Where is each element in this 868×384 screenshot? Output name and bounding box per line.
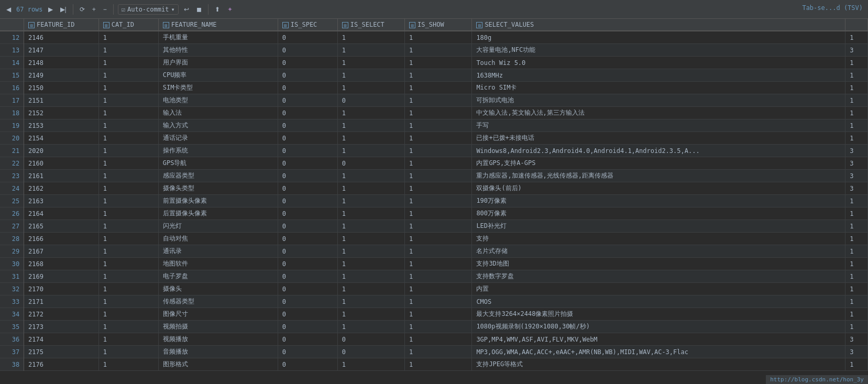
table-row[interactable]: 2621641后置摄像头像素011800万像素1 — [0, 207, 868, 220]
cell: 1 — [405, 220, 472, 233]
cell: 地图软件 — [158, 258, 278, 270]
add-button[interactable]: + — [90, 5, 98, 14]
cell: 1 — [98, 308, 158, 321]
table-row[interactable]: 3621741视频播放0013GP,MP4,WMV,ASF,AVI,FLV,MK… — [0, 333, 868, 346]
stop-button[interactable]: ◼ — [194, 5, 204, 14]
remove-button[interactable]: − — [101, 5, 109, 14]
cell: 0 — [278, 119, 337, 132]
table-row[interactable]: 2721651闪光灯011LED补光灯1 — [0, 220, 868, 233]
cell: SIM卡类型 — [158, 82, 278, 94]
separator-1 — [73, 4, 73, 15]
cell: 0 — [278, 170, 337, 182]
table-row[interactable]: 3221701摄像头011内置1 — [0, 283, 868, 295]
table-row[interactable]: 1321471其他特性011大容量电池,NFC功能3 — [0, 44, 868, 57]
table-row[interactable]: 2521631前置摄像头像素011190万像素1 — [0, 195, 868, 207]
cell: 2160 — [24, 157, 99, 170]
cell: 0 — [337, 346, 404, 358]
cell: 1 — [405, 57, 472, 69]
header-feature-id[interactable]: ▤FEATURE_ID — [24, 19, 99, 31]
table-row[interactable]: 1821521输入法011中文输入法,英文输入法,第三方输入法1 — [0, 107, 868, 119]
last-button[interactable]: ▶| — [58, 5, 69, 14]
cell: GPS导航 — [158, 157, 278, 170]
table-row[interactable]: 2120201操作系统011Windows8,Android2.3,Androi… — [0, 145, 868, 157]
cell: 1 — [845, 321, 868, 333]
cell: 1 — [845, 57, 868, 69]
cell: 后置摄像头像素 — [158, 207, 278, 220]
table-row[interactable]: 2421621摄像头类型011双摄像头(前后)3 — [0, 182, 868, 195]
undo-button[interactable]: ↩ — [182, 5, 191, 14]
cell: 1 — [405, 346, 472, 358]
header-feature-name[interactable]: ▤FEATURE_NAME — [158, 19, 278, 31]
header-is-show[interactable]: ▤IS_SHOW — [405, 19, 472, 31]
cell: 1 — [337, 195, 404, 207]
refresh-button[interactable]: ⟳ — [78, 5, 87, 14]
cell: 1 — [337, 182, 404, 195]
table-row[interactable]: 3321711传感器类型011CMOS1 — [0, 295, 868, 308]
table-row[interactable]: 2821661自动对焦011支持1 — [0, 233, 868, 245]
header-is-select[interactable]: ▤IS_SELECT — [337, 19, 404, 31]
table-row[interactable]: 2221601GPS导航001内置GPS,支持A-GPS3 — [0, 157, 868, 170]
cell: 1 — [845, 31, 868, 44]
cell: 1 — [845, 270, 868, 283]
table-row[interactable]: 3021681地图软件011支持3D地图1 — [0, 258, 868, 270]
table-row[interactable]: 1221461手机重量011180g1 — [0, 31, 868, 44]
cell: 2147 — [24, 44, 99, 57]
cell: 1 — [337, 207, 404, 220]
table-row[interactable]: 3721751音频播放001MP3,OGG,WMA,AAC,ACC+,eAAC+… — [0, 346, 868, 358]
table-row[interactable]: 2921671通讯录011名片式存储1 — [0, 245, 868, 258]
config-button[interactable]: ✦ — [225, 5, 235, 14]
cell: 0 — [278, 195, 337, 207]
cell: 支持3D地图 — [472, 258, 845, 270]
cell: 0 — [337, 333, 404, 346]
next-button[interactable]: ▶ — [46, 5, 55, 14]
table-row[interactable]: 1721511电池类型001可拆卸式电池1 — [0, 94, 868, 107]
header-cat-id[interactable]: ▤CAT_ID — [98, 19, 158, 31]
cell: 1 — [405, 233, 472, 245]
cell: 2154 — [24, 132, 99, 145]
auto-commit-toggle[interactable]: ☑ Auto-commit ▾ — [118, 4, 179, 15]
cell: 1 — [98, 69, 158, 82]
dropdown-icon: ▾ — [171, 6, 174, 13]
row-number: 27 — [0, 220, 24, 233]
table-row[interactable]: 1621501SIM卡类型011Micro SIM卡1 — [0, 82, 868, 94]
table-row[interactable]: 1521491CPU频率0111638MHz1 — [0, 69, 868, 82]
cell: 1 — [337, 31, 404, 44]
table-row[interactable]: 3821761图形格式011支持JPEG等格式1 — [0, 358, 868, 371]
cell: 传感器类型 — [158, 295, 278, 308]
export-button[interactable]: ⬆ — [213, 5, 222, 14]
cell: 1 — [845, 94, 868, 107]
row-number: 21 — [0, 145, 24, 157]
cell: 2152 — [24, 107, 99, 119]
table-row[interactable]: 2321611感应器类型011重力感应器,加速传感器,光线传感器,距离传感器3 — [0, 170, 868, 182]
checkbox-icon: ☑ — [122, 6, 125, 13]
header-is-spec[interactable]: ▤IS_SPEC — [278, 19, 337, 31]
cell: 内置GPS,支持A-GPS — [472, 157, 845, 170]
prev-button[interactable]: ◀ — [4, 5, 13, 14]
table-row[interactable]: 1421481用户界面011Touch Wiz 5.01 — [0, 57, 868, 69]
tab-label: Tab-se...d (TSV) — [802, 4, 863, 12]
cell: 通讯录 — [158, 245, 278, 258]
table-row[interactable]: 3121691电子罗盘011支持数字罗盘1 — [0, 270, 868, 283]
header-select-values[interactable]: ▤SELECT_VALUES — [472, 19, 845, 31]
cell: 0 — [278, 220, 337, 233]
table-row[interactable]: 3521731视频拍摄0111080p视频录制(1920×1080,30帧/秒)… — [0, 321, 868, 333]
cell: 1 — [98, 132, 158, 145]
row-number: 28 — [0, 233, 24, 245]
row-number: 19 — [0, 119, 24, 132]
row-number: 37 — [0, 346, 24, 358]
table-row[interactable]: 1921531输入方式011手写1 — [0, 119, 868, 132]
cell: 摄像头 — [158, 283, 278, 295]
header-row-num[interactable] — [0, 19, 24, 31]
cell: 3 — [845, 182, 868, 195]
cell: 0 — [278, 132, 337, 145]
cell: 1 — [98, 358, 158, 371]
header-extra[interactable] — [845, 19, 868, 31]
cell: 1 — [98, 145, 158, 157]
cell: 2167 — [24, 245, 99, 258]
table-row[interactable]: 3421721图像尺寸011最大支持3264×2448像素照片拍摄1 — [0, 308, 868, 321]
cell: 0 — [278, 321, 337, 333]
cell: 1 — [337, 245, 404, 258]
cell: 0 — [278, 157, 337, 170]
cell: 1 — [98, 119, 158, 132]
table-row[interactable]: 2021541通话记录011已接+已拨+未接电话1 — [0, 132, 868, 145]
